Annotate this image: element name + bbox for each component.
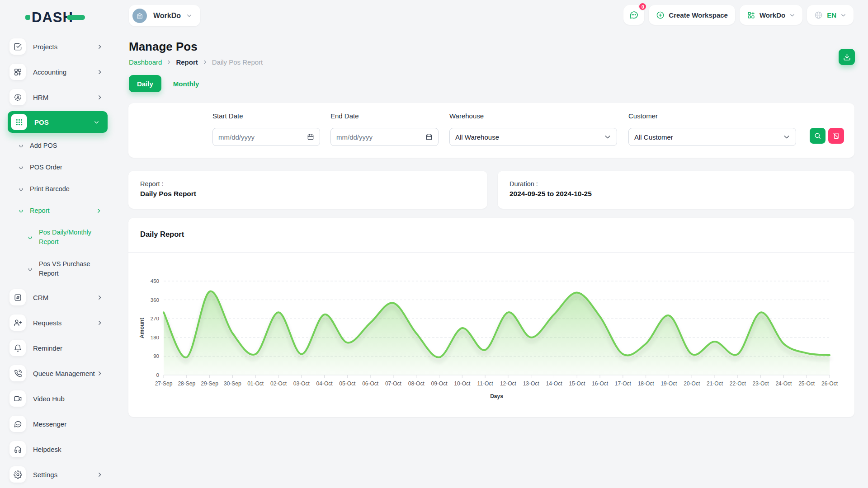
sidebar-item-queue-management[interactable]: Queue Management [0,361,114,386]
svg-text:15-Oct: 15-Oct [569,380,585,387]
chat-icon [629,10,639,20]
sidebar-item-pos-daily-monthly-report[interactable]: Pos Daily/Monthly Report [0,221,114,253]
end-date-input[interactable]: mm/dd/yyyy [330,128,439,146]
report-summary-card: Report : Daily Pos Report [128,171,487,209]
sidebar-item-settings[interactable]: Settings [0,462,114,487]
sidebar-item-helpdesk[interactable]: Helpdesk [0,436,114,462]
sidebar-item-projects[interactable]: Projects [0,34,114,59]
plus-circle-icon [656,11,665,19]
sidebar-item-add-pos[interactable]: Add POS [0,135,114,156]
breadcrumb: Dashboard Report Daily Pos Report [129,58,263,66]
svg-text:Amount: Amount [139,318,145,338]
workspace-switcher-label: WorkDo [760,11,785,19]
reminder-icon [9,340,26,356]
chevron-right-icon [97,320,103,326]
svg-text:11-Oct: 11-Oct [477,380,494,387]
video-icon [9,390,26,407]
svg-text:03-Oct: 03-Oct [293,380,310,387]
settings-icon [9,466,26,483]
warehouse-value: All Warehouse [455,133,604,141]
start-date-placeholder: mm/dd/yyyy [218,133,307,141]
sidebar-item-messenger[interactable]: Messenger [0,411,114,436]
sidebar-item-print-barcode[interactable]: Print Barcode [0,178,114,200]
sidebar-item-pos-order[interactable]: POS Order [0,156,114,178]
chevron-down-icon [783,133,790,141]
notification-badge: 0 [638,2,647,11]
daily-report-chart-card: Daily Report 09018027036045027-Sep28-Sep… [128,218,854,417]
sidebar-item-accounting[interactable]: Accounting [0,59,114,84]
search-icon [814,132,821,140]
logo-dot-shape [25,15,30,20]
messages-button[interactable]: 0 [623,5,644,25]
svg-text:06-Oct: 06-Oct [362,380,379,387]
svg-text:25-Oct: 25-Oct [798,380,815,387]
customer-label: Customer [628,112,796,120]
sidebar-item-label: Video Hub [33,395,65,403]
sidebar-item-pos[interactable]: POS [8,111,108,133]
calendar-icon [307,133,314,141]
clear-filter-icon [832,132,840,140]
chevron-right-icon [97,295,103,300]
duration-summary-card: Duration : 2024-09-25 to 2024-10-25 [498,171,854,209]
svg-text:09-Oct: 09-Oct [431,380,448,387]
report-period-tabs: Daily Monthly [129,75,199,92]
chevron-right-icon [203,60,208,65]
sidebar-item-pos-vs-purchase-report[interactable]: Pos VS Purchase Report [0,253,114,285]
helpdesk-icon [9,441,26,457]
tab-daily[interactable]: Daily [129,75,161,92]
create-workspace-button[interactable]: Create Workspace [649,5,735,25]
chevron-right-icon [166,60,171,65]
logo-dash-shape [67,15,85,20]
sidebar-item-label: Helpdesk [33,446,61,453]
warehouse-select[interactable]: All Warehouse [449,128,617,146]
sidebar-item-label: HRM [33,94,48,101]
apply-filter-button[interactable] [810,128,826,144]
svg-text:02-Oct: 02-Oct [270,380,287,387]
sidebar-item-hrm[interactable]: HRM [0,84,114,110]
start-date-input[interactable]: mm/dd/yyyy [212,128,320,146]
projects-icon [9,38,26,55]
svg-text:23-Oct: 23-Oct [753,380,769,387]
svg-text:18-Oct: 18-Oct [638,380,655,387]
app-logo[interactable]: DASH [25,9,85,25]
svg-text:10-Oct: 10-Oct [454,380,471,387]
messenger-icon [9,416,26,432]
sidebar-item-label: POS Order [30,163,62,172]
sidebar-item-requests[interactable]: Requests [0,310,114,335]
sidebar-item-video-hub[interactable]: Video Hub [0,386,114,411]
sidebar-item-label: Pos Daily/Monthly Report [39,228,107,247]
sidebar-item-report[interactable]: Report [0,200,114,221]
breadcrumb-dashboard-link[interactable]: Dashboard [129,58,162,66]
report-label: Report : [140,180,476,188]
report-value: Daily Pos Report [140,190,476,198]
queue-icon [9,365,26,381]
warehouse-label: Warehouse [449,112,617,120]
sidebar-item-label: Add POS [30,141,57,150]
language-selector[interactable]: EN [807,5,854,25]
chevron-down-icon [186,13,192,19]
download-report-button[interactable] [839,49,855,65]
calendar-icon [425,133,433,141]
sidebar-item-label: Queue Management [33,370,95,377]
breadcrumb-report[interactable]: Report [176,58,198,66]
bullet-icon [19,165,23,169]
language-label: EN [827,11,836,19]
svg-text:Days: Days [490,393,503,399]
reset-filter-button[interactable] [828,128,844,144]
svg-text:29-Sep: 29-Sep [201,380,218,387]
svg-text:04-Oct: 04-Oct [316,380,333,387]
svg-text:01-Oct: 01-Oct [247,380,264,387]
bullet-icon [19,144,23,148]
chevron-down-icon [840,12,846,18]
workspace-selector[interactable]: WorkDo [129,5,200,26]
sidebar-item-reminder[interactable]: Reminder [0,335,114,361]
download-icon [843,53,851,61]
sidebar-item-crm[interactable]: CRM [0,285,114,310]
customer-select[interactable]: All Customer [628,128,796,146]
crm-icon [9,289,26,305]
svg-text:30-Sep: 30-Sep [224,380,241,387]
hrm-icon [9,89,26,105]
tab-monthly[interactable]: Monthly [173,80,199,88]
svg-text:270: 270 [151,316,159,321]
workspace-switcher[interactable]: WorkDo [740,5,802,25]
